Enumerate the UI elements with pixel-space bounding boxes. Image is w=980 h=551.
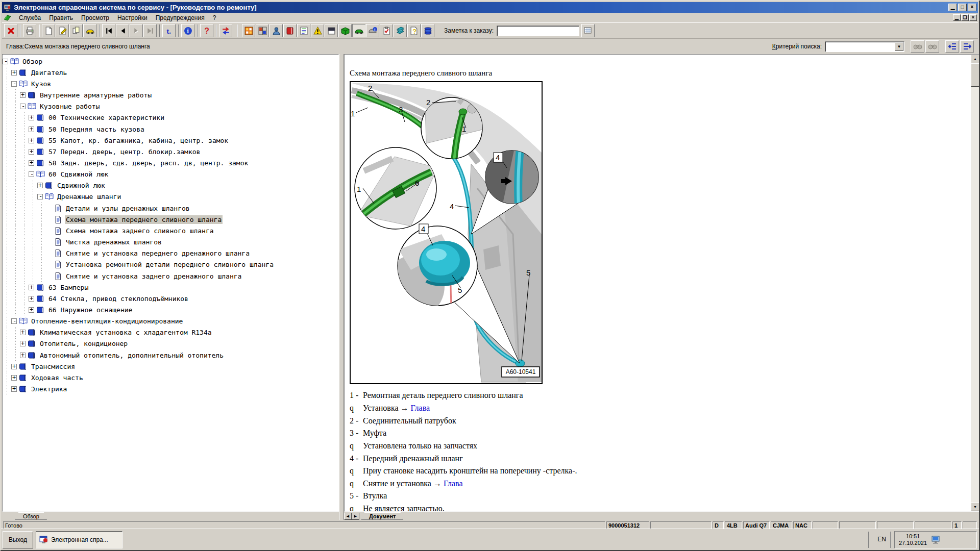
tree-item[interactable]: Двигатель xyxy=(3,67,338,78)
tree-item-label[interactable]: Сдвижной люк xyxy=(56,181,106,190)
tree-item[interactable]: Обзор xyxy=(3,56,338,67)
teal-books-button[interactable] xyxy=(394,24,407,37)
car-yellow-button[interactable] xyxy=(83,24,96,37)
copy-doc-button[interactable] xyxy=(69,24,83,37)
menu-item-4[interactable]: Настройки xyxy=(113,13,152,22)
tree-item[interactable]: Детали и узлы дренажных шлангов xyxy=(3,203,338,214)
clipboard-check-button[interactable] xyxy=(380,24,393,37)
tree-expander-plus-icon[interactable] xyxy=(29,285,34,290)
tree-item[interactable]: Отопитель, кондиционер xyxy=(3,338,338,349)
module-grid-button[interactable] xyxy=(256,24,269,37)
mdi-restore-button[interactable]: ❏ xyxy=(961,14,969,21)
tree-item-label[interactable]: 00 Технические характеристики xyxy=(47,113,165,122)
tree-expander-minus-icon[interactable] xyxy=(37,194,43,199)
contrast-button[interactable] xyxy=(325,24,338,37)
help-button[interactable]: ? xyxy=(200,24,213,37)
tree-item[interactable]: Снятие и установка переднего дренажного … xyxy=(3,248,338,259)
tree-expander-minus-icon[interactable] xyxy=(11,318,17,324)
tree-item[interactable]: Климатическая установка с хладагентом R1… xyxy=(3,327,338,338)
pane-splitter[interactable] xyxy=(339,54,344,520)
tree-item-label[interactable]: Двигатель xyxy=(30,68,68,77)
tree-item[interactable]: Схема монтажа переднего сливного шланга xyxy=(3,214,338,225)
swap-arrows-button[interactable] xyxy=(219,24,232,37)
tree-item[interactable]: Кузовные работы xyxy=(3,101,338,112)
doc-question-button[interactable]: ? xyxy=(407,24,421,37)
tree-expander-plus-icon[interactable] xyxy=(29,138,34,143)
tree-item-label[interactable]: Кузовные работы xyxy=(39,102,101,111)
scroll-down-icon[interactable]: ▼ xyxy=(971,503,979,511)
tree-item-label[interactable]: 64 Стекла, привод стеклоподъёмников xyxy=(47,294,189,303)
tree-item[interactable]: Электрика xyxy=(3,384,338,395)
tree-item-label[interactable]: Трансмиссия xyxy=(30,362,76,371)
mdi-minimize-button[interactable]: ▁ xyxy=(953,14,961,21)
tree-expander-minus-icon[interactable] xyxy=(29,171,34,177)
tree-item[interactable]: Чистка дренажных шлангов xyxy=(3,237,338,248)
tree-item-label[interactable]: Схема монтажа заднего сливного шланга xyxy=(65,227,215,235)
tree-item-label[interactable]: Схема монтажа переднего сливного шланга xyxy=(65,215,223,224)
tree-expander-plus-icon[interactable] xyxy=(29,160,34,166)
tree-item[interactable]: Схема монтажа заднего сливного шланга xyxy=(3,225,338,236)
tree-expander-plus-icon[interactable] xyxy=(11,386,17,392)
person-button[interactable] xyxy=(270,24,283,37)
tree-item-label[interactable]: 66 Наружное оснащение xyxy=(47,306,133,314)
tree-expander-plus-icon[interactable] xyxy=(29,307,34,313)
tree-expander-minus-icon[interactable] xyxy=(20,104,26,109)
nav-next-button[interactable] xyxy=(130,24,143,37)
info-button[interactable]: i xyxy=(181,24,194,37)
tree-item-label[interactable]: Установка ремонтной детали переднего сли… xyxy=(65,260,275,269)
tree-expander-plus-icon[interactable] xyxy=(11,375,17,381)
tree-item-label[interactable]: Отопитель, кондиционер xyxy=(39,339,129,348)
document-system-icon[interactable] xyxy=(3,14,12,21)
tree-item[interactable]: 66 Наружное оснащение xyxy=(3,304,338,315)
tab-scroll-right-icon[interactable]: ▶ xyxy=(352,513,359,520)
tree-item[interactable]: Сдвижной люк xyxy=(3,180,338,191)
tree-expander-plus-icon[interactable] xyxy=(20,341,26,346)
search-criteria-combo[interactable]: ▼ xyxy=(825,41,904,52)
tree-item-label[interactable]: Автономный отопитель, дополнительный ото… xyxy=(39,351,225,360)
module-button[interactable] xyxy=(242,24,255,37)
new-doc-button[interactable] xyxy=(42,24,55,37)
tree-item[interactable]: Кузов xyxy=(3,78,338,89)
t-mark-button[interactable]: t. xyxy=(162,24,176,37)
tree-expander-plus-icon[interactable] xyxy=(11,364,17,369)
green-wallet-button[interactable] xyxy=(338,24,352,37)
legend-chapter-link[interactable]: Глава xyxy=(444,479,463,488)
edit-doc-button[interactable] xyxy=(56,24,69,37)
language-indicator[interactable]: EN xyxy=(877,536,886,543)
car-info-button[interactable]: i xyxy=(366,24,379,37)
tree-item-label[interactable]: Климатическая установка с хладагентом R1… xyxy=(39,328,213,337)
tree-item[interactable]: Ходовая часть xyxy=(3,372,338,383)
menu-item-1[interactable]: Служба xyxy=(15,13,45,22)
tree-item-label[interactable]: Электрика xyxy=(30,385,68,393)
tree-item[interactable]: 58 Задн. дверь, сдв. дверь, расп. дв, це… xyxy=(3,157,338,168)
tree-item[interactable]: 50 Передняя часть кузова xyxy=(3,123,338,135)
tree-item[interactable]: Автономный отопитель, дополнительный ото… xyxy=(3,349,338,361)
red-book-button[interactable] xyxy=(283,24,297,37)
menu-item-3[interactable]: Просмотр xyxy=(77,13,113,22)
tree-expander-plus-icon[interactable] xyxy=(29,149,34,155)
exit-button[interactable] xyxy=(4,24,17,37)
tab-overview[interactable]: Обзор xyxy=(15,512,47,520)
tree-expander-plus-icon[interactable] xyxy=(20,92,26,98)
order-note-grid-button[interactable] xyxy=(581,24,595,37)
search-forward-button[interactable] xyxy=(925,40,939,53)
tree-expander-plus-icon[interactable] xyxy=(20,330,26,335)
tree-item-label[interactable]: 58 Задн. дверь, сдв. дверь, расп. дв, це… xyxy=(47,159,249,167)
tab-scroll-left-icon[interactable]: ◀ xyxy=(344,513,352,520)
printer-button[interactable] xyxy=(23,24,36,37)
tree-item[interactable]: 00 Технические характеристики xyxy=(3,112,338,123)
warning-button[interactable] xyxy=(311,24,324,37)
tree-item-label[interactable]: Снятие и установка переднего дренажного … xyxy=(65,249,251,258)
tree-item-label[interactable]: Отопление-вентиляция-кондиционирование xyxy=(30,317,184,325)
jump-previous-button[interactable] xyxy=(945,40,959,53)
tree-item[interactable]: 57 Передн. дверь, центр. блокир.замков xyxy=(3,146,338,157)
tab-document[interactable]: Документ xyxy=(361,512,403,520)
tree-item-label[interactable]: 50 Передняя часть кузова xyxy=(47,125,145,134)
nav-first-button[interactable] xyxy=(102,24,115,37)
tree-expander-plus-icon[interactable] xyxy=(20,353,26,358)
tree-item-label[interactable]: 57 Передн. дверь, центр. блокир.замков xyxy=(47,147,201,156)
nav-last-button[interactable] xyxy=(143,24,157,37)
tree-item-label[interactable]: Кузов xyxy=(30,80,52,88)
list-button[interactable] xyxy=(297,24,310,37)
tree-item[interactable]: 60 Сдвижной люк xyxy=(3,169,338,180)
